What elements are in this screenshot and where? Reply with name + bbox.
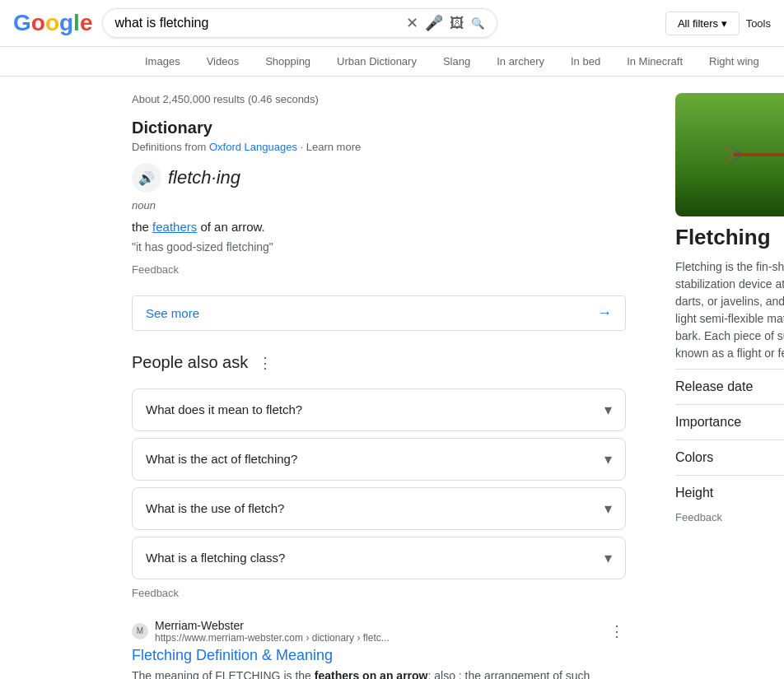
results-wrapper: About 2,450,000 results (0.46 seconds) D… xyxy=(0,77,784,679)
about-text: About 2,450,000 results (0.46 seconds) xyxy=(132,93,626,105)
people-also-ask-more-button[interactable]: ⋮ xyxy=(254,351,276,375)
panel-section-release-date[interactable]: Release date ▾ xyxy=(675,369,784,404)
question-row-2[interactable]: What is the use of fletch? ▾ xyxy=(133,488,625,529)
result-more-button-0[interactable]: ⋮ xyxy=(608,621,626,642)
people-also-ask-title: People also ask xyxy=(132,353,248,372)
panel-section-label-1: Importance xyxy=(675,415,741,430)
tab-shopping[interactable]: Shopping xyxy=(252,47,324,76)
dictionary-section: Dictionary Definitions from Oxford Langu… xyxy=(132,119,626,276)
tab-right-wing[interactable]: Right wing xyxy=(696,47,772,76)
audio-button[interactable]: 🔊 xyxy=(132,163,161,193)
clear-button[interactable]: ✕ xyxy=(406,14,418,32)
panel-section-label-2: Colors xyxy=(675,450,713,465)
panel-section-height[interactable]: Height ▾ xyxy=(675,475,784,510)
result-url-0: https://www.merriam-webster.com › dictio… xyxy=(155,632,390,644)
tab-in-archery[interactable]: In archery xyxy=(483,47,558,76)
image-search-button[interactable]: 🖼 xyxy=(450,15,464,32)
tab-images[interactable]: Images xyxy=(132,47,194,76)
result-title-0[interactable]: Fletching Definition & Meaning xyxy=(132,647,626,664)
feedback-link-panel[interactable]: Feedback xyxy=(675,511,722,523)
example-text: "it has good-sized fletching" xyxy=(132,240,626,253)
all-filters-button[interactable]: All filters ▾ xyxy=(665,12,740,35)
tools-button[interactable]: Tools xyxy=(746,17,771,30)
result-source-name-0: Merriam-Webster xyxy=(155,619,390,632)
question-text-1: What is the act of fletching? xyxy=(146,452,297,466)
word-type: noun xyxy=(132,199,626,212)
question-text-2: What is the use of fletch? xyxy=(146,501,284,515)
tab-slang[interactable]: Slang xyxy=(430,47,483,76)
question-text-0: What does it mean to fletch? xyxy=(146,402,302,416)
google-logo: Google xyxy=(13,10,92,36)
panel-section-importance[interactable]: Importance ▾ xyxy=(675,404,784,439)
question-row-3[interactable]: What is a fletching class? ▾ xyxy=(133,537,625,579)
people-also-ask-header: People also ask ⋮ xyxy=(132,351,626,375)
definition-feathers-link[interactable]: feathers xyxy=(152,220,197,234)
see-more-button[interactable]: See more → xyxy=(132,295,626,331)
panel-section-label-0: Release date xyxy=(675,379,753,394)
panel-title: Fletching xyxy=(675,225,771,250)
pronunciation-box: 🔊 fletch·ing xyxy=(132,163,626,193)
feedback-link-dict[interactable]: Feedback xyxy=(132,263,626,276)
panel-section-label-3: Height xyxy=(675,486,713,500)
definition-text: the feathers of an arrow. xyxy=(132,218,626,237)
see-more-label: See more xyxy=(146,306,199,320)
question-text-3: What is a fletching class? xyxy=(146,551,285,565)
right-column: ⋮ Fletching Fletching is the xyxy=(675,93,784,679)
oxford-languages-link[interactable]: Oxford Languages xyxy=(209,141,297,153)
question-item-0: What does it mean to fletch? ▾ xyxy=(132,388,626,431)
pronunciation-text: fletch·ing xyxy=(168,167,240,188)
result-snippet-0: The meaning of FLETCHING is the feathers… xyxy=(132,667,626,680)
question-item-1: What is the act of fletching? ▾ xyxy=(132,438,626,481)
panel-sections: Release date ▾ Importance ▾ Colors ▾ Hei… xyxy=(675,369,784,510)
see-more-arrow-icon: → xyxy=(597,305,612,322)
search-bar: ✕ 🎤 🖼 🔍 xyxy=(102,8,497,38)
left-column: About 2,450,000 results (0.46 seconds) D… xyxy=(132,93,626,679)
dictionary-source: Definitions from Oxford Languages · Lear… xyxy=(132,141,626,153)
header: Google ✕ 🎤 🖼 🔍 All filters ▾ Tools xyxy=(0,0,784,47)
question-row-0[interactable]: What does it mean to fletch? ▾ xyxy=(133,389,625,430)
chevron-down-icon-3: ▾ xyxy=(604,549,612,567)
dictionary-title: Dictionary xyxy=(132,119,626,137)
right-panel: ⋮ Fletching Fletching is the xyxy=(675,93,784,523)
tab-videos[interactable]: Videos xyxy=(194,47,253,76)
tab-in-minecraft[interactable]: In Minecraft xyxy=(614,47,696,76)
result-item-0: M Merriam-Webster https://www.merriam-we… xyxy=(132,619,626,680)
voice-search-button[interactable]: 🎤 xyxy=(425,14,443,32)
result-favicon-0: M xyxy=(132,623,148,639)
fletching-illustration xyxy=(716,130,784,179)
search-icons: ✕ 🎤 🖼 🔍 xyxy=(406,14,485,32)
chevron-down-icon-2: ▾ xyxy=(604,500,612,518)
nav-tabs: Images Videos Shopping Urban Dictionary … xyxy=(0,47,784,77)
tab-in-bed[interactable]: In bed xyxy=(558,47,614,76)
feedback-link-paa[interactable]: Feedback xyxy=(132,587,179,599)
search-button[interactable]: 🔍 xyxy=(471,17,485,30)
panel-section-colors[interactable]: Colors ▾ xyxy=(675,439,784,475)
people-also-ask-section: People also ask ⋮ What does it mean to f… xyxy=(132,351,626,599)
question-row-1[interactable]: What is the act of fletching? ▾ xyxy=(133,439,625,480)
search-input[interactable] xyxy=(114,16,399,30)
result-source-row-0: M Merriam-Webster https://www.merriam-we… xyxy=(132,619,626,644)
question-item-3: What is a fletching class? ▾ xyxy=(132,537,626,579)
chevron-down-icon-1: ▾ xyxy=(604,450,612,468)
question-item-2: What is the use of fletch? ▾ xyxy=(132,487,626,530)
tab-urban-dictionary[interactable]: Urban Dictionary xyxy=(324,47,430,76)
chevron-down-icon-0: ▾ xyxy=(604,401,612,419)
panel-description: Fletching is the fin-shaped aerodynamic … xyxy=(675,258,784,362)
